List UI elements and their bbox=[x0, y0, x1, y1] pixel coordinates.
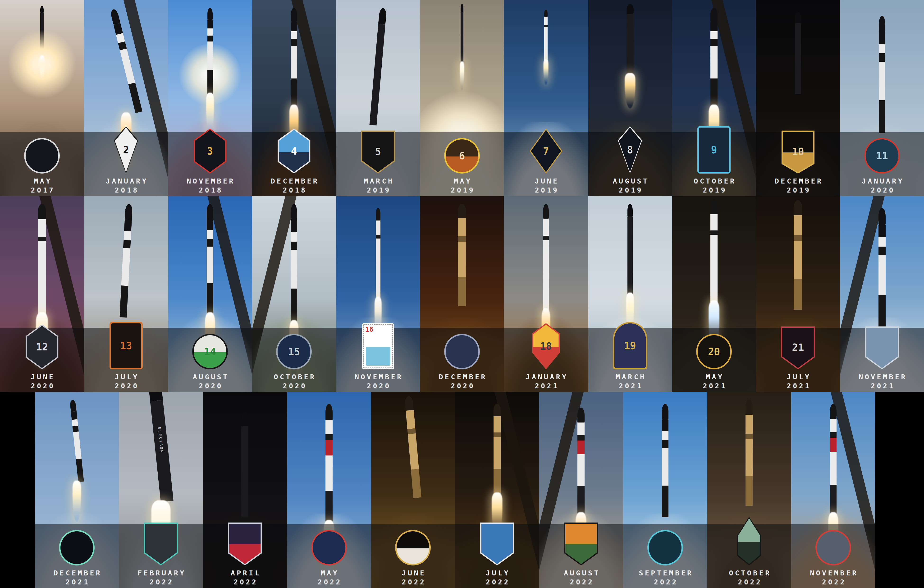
launch-tile: ELECTRONFEBRUARY2022 bbox=[119, 392, 203, 588]
launch-month-label: OCTOBER bbox=[672, 177, 756, 185]
patch-icon-there-and-back-again bbox=[311, 530, 347, 565]
date-patch-band: FEBRUARY2022 bbox=[119, 524, 203, 588]
launch-year-label: 2018 bbox=[252, 186, 336, 194]
rocket-body-segment bbox=[207, 230, 213, 239]
patch-icon-pics-or-it-didnt-happen: 13 bbox=[109, 322, 143, 369]
launch-month-label: MARCH bbox=[588, 373, 672, 381]
electron-rocket bbox=[578, 408, 584, 514]
patch-mission-number: 20 bbox=[696, 334, 732, 369]
patch-icon-running-out-of-toes: 20 bbox=[696, 334, 732, 369]
rocket-body-segment bbox=[578, 486, 584, 514]
rocket-nose bbox=[207, 204, 213, 219]
patch-mission-number: 3 bbox=[192, 129, 228, 173]
launch-collage: MAY20172JANUARY20183NOVEMBER20184DECEMBE… bbox=[0, 0, 924, 588]
rocket-body-segment bbox=[493, 469, 501, 494]
rocket-body-segment bbox=[376, 238, 380, 298]
electron-rocket bbox=[710, 8, 718, 106]
launch-month-label: NOVEMBER bbox=[168, 177, 252, 185]
rocket-body-segment bbox=[325, 491, 333, 521]
launch-month-label: MAY bbox=[0, 177, 84, 185]
patch-icon-in-focus: 15 bbox=[276, 334, 312, 369]
rocket-body-segment bbox=[710, 21, 718, 31]
rocket-body-segment bbox=[493, 433, 501, 437]
patch-mission-number bbox=[864, 325, 900, 369]
launch-month-label: JUNE bbox=[504, 177, 588, 185]
electron-rocket bbox=[493, 404, 501, 494]
launch-month-label: MARCH bbox=[336, 177, 420, 185]
rocket-body-segment bbox=[208, 20, 213, 28]
rocket-body-segment bbox=[291, 289, 297, 322]
rocket-body-segment bbox=[830, 438, 837, 452]
patch-mission-number: 14 bbox=[192, 334, 228, 369]
rocket-nose bbox=[627, 4, 634, 14]
rocket-body-segment bbox=[207, 219, 213, 230]
rocket-body-segment bbox=[40, 13, 44, 57]
patch-icon-its-business-time: 3 bbox=[192, 129, 228, 173]
launch-tile: DECEMBER2021 bbox=[35, 392, 119, 588]
rocket-body-segment bbox=[879, 53, 885, 62]
patch-icon-catch-me-if-you-can bbox=[815, 530, 851, 565]
launch-month-label: DECEMBER bbox=[35, 569, 119, 577]
date-patch-band: NOVEMBER2022 bbox=[791, 524, 875, 588]
patch-icon-wise-one-looks-ahead bbox=[479, 522, 515, 565]
date-patch-band: 5MARCH2019 bbox=[336, 132, 420, 196]
launch-tile: SEPTEMBER2022 bbox=[623, 392, 707, 588]
rocket-body-segment bbox=[794, 215, 802, 235]
rocket-body-segment bbox=[543, 236, 549, 240]
rocket-body-segment bbox=[291, 241, 297, 250]
rocket-nose bbox=[662, 404, 668, 420]
rocket-nose bbox=[148, 392, 163, 401]
rocket-body-segment bbox=[830, 432, 837, 438]
rocket-body-segment bbox=[208, 28, 213, 35]
launch-month-label: OCTOBER bbox=[252, 373, 336, 381]
patch-mission-number: 21 bbox=[780, 325, 816, 369]
electron-rocket bbox=[627, 4, 634, 75]
launch-tile: 9OCTOBER2019 bbox=[672, 0, 756, 196]
launch-tile: 13JULY2020 bbox=[84, 196, 168, 392]
patch-icon-they-go-up-so-fast: 19 bbox=[613, 322, 647, 369]
rocket-body-segment bbox=[794, 241, 802, 279]
launch-month-label: DECEMBER bbox=[420, 373, 504, 381]
patch-mission-number: 18 bbox=[529, 323, 563, 369]
rocket-body-segment bbox=[879, 44, 885, 53]
launch-year-label: 2022 bbox=[287, 578, 371, 586]
rocket-body-segment bbox=[458, 277, 466, 306]
launch-tile: MAY2017 bbox=[0, 0, 84, 196]
date-patch-band: 9OCTOBER2019 bbox=[672, 132, 756, 196]
rocket-body-segment bbox=[746, 476, 752, 506]
launch-month-label: AUGUST bbox=[168, 373, 252, 381]
date-patch-band: 2JANUARY2018 bbox=[84, 132, 168, 196]
rocket-body-segment bbox=[119, 286, 128, 318]
rocket-body-segment bbox=[291, 46, 297, 78]
launch-month-label: JULY bbox=[84, 373, 168, 381]
launch-tile: NOVEMBER2021 bbox=[840, 196, 924, 392]
launch-tile: 8AUGUST2019 bbox=[588, 0, 672, 196]
date-patch-band: MAY2022 bbox=[287, 524, 371, 588]
rocket-nose bbox=[125, 204, 132, 220]
rocket-body-segment bbox=[544, 25, 548, 27]
rocket-nose bbox=[291, 8, 297, 21]
launch-year-label: 2017 bbox=[0, 186, 84, 194]
launch-month-label: JANUARY bbox=[840, 177, 924, 185]
rocket-body-segment bbox=[662, 420, 668, 431]
rocket-body-segment bbox=[627, 14, 634, 74]
electron-rocket bbox=[794, 200, 802, 310]
rocket-body-segment bbox=[710, 235, 718, 302]
electron-rocket bbox=[38, 204, 46, 314]
rocket-body-segment bbox=[878, 237, 886, 246]
launch-tile: JULY2022 bbox=[455, 392, 539, 588]
date-patch-band: AUGUST2022 bbox=[539, 524, 623, 588]
date-patch-band: 10DECEMBER2019 bbox=[756, 132, 840, 196]
launch-month-label: APRIL bbox=[203, 569, 287, 577]
rocket-body-segment bbox=[578, 435, 584, 440]
launch-year-label: 2020 bbox=[168, 382, 252, 390]
patch-mission-number: 2 bbox=[108, 126, 144, 173]
launch-year-label: 2020 bbox=[336, 382, 420, 390]
rocket-body-segment bbox=[543, 219, 549, 235]
launch-year-label: 2022 bbox=[371, 578, 455, 586]
patch-icon-another-one-leaves-the-crust: 18 bbox=[529, 323, 563, 369]
rocket-body-segment bbox=[406, 410, 416, 429]
patch-mission-number bbox=[311, 530, 347, 565]
launch-year-label: 2019 bbox=[672, 186, 756, 194]
launch-tile: 12JUNE2020 bbox=[0, 196, 84, 392]
